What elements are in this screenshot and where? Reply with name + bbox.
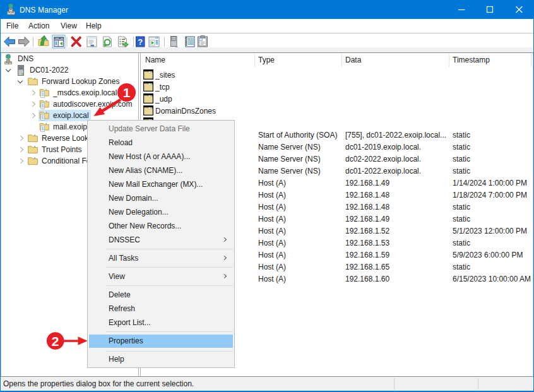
svg-text:?: ?: [138, 37, 143, 47]
